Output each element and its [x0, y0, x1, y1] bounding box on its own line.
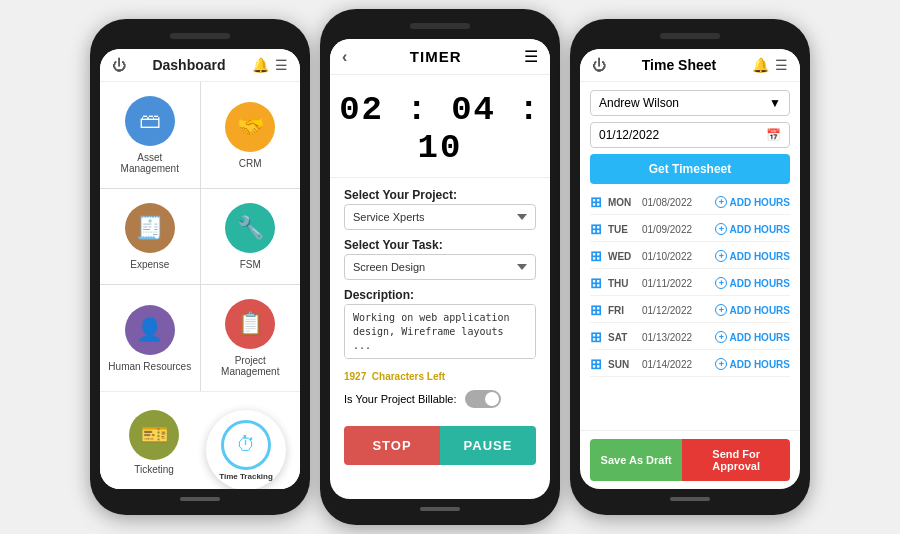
- add-hours-sun[interactable]: + ADD HOURS: [715, 358, 790, 370]
- add-hours-label-sun: ADD HOURS: [729, 359, 790, 370]
- timer-action-buttons: STOP PAUSE: [344, 426, 536, 465]
- grid-cell-crm[interactable]: 🤝 CRM: [201, 82, 301, 188]
- dashboard-screen: ⏻ Dashboard 🔔 ☰ 🗃 Asset Management 🤝 CRM: [100, 49, 300, 489]
- row-left-mon: ⊞ MON 01/08/2022: [590, 194, 692, 210]
- add-hours-thu[interactable]: + ADD HOURS: [715, 277, 790, 289]
- phone-notch-2: [410, 23, 470, 29]
- phone-bottom-bar-3: [670, 497, 710, 501]
- billable-toggle[interactable]: No: [465, 390, 501, 408]
- timer-display: 02 : 04 : 10: [330, 75, 550, 178]
- bell-icon[interactable]: 🔔: [252, 57, 269, 73]
- project-group: Select Your Project: Service Xperts: [344, 188, 536, 230]
- grid-cell-ticketing[interactable]: 🎫 Ticketing: [108, 400, 200, 485]
- timesheet-footer: Save As Draft Send For Approval: [580, 430, 800, 489]
- timesheet-bell-icon[interactable]: 🔔: [752, 57, 769, 73]
- hr-icon: 👤: [125, 305, 175, 355]
- chars-count: 1927: [344, 371, 366, 382]
- expand-icon-tue[interactable]: ⊞: [590, 221, 602, 237]
- add-hours-label-fri: ADD HOURS: [729, 305, 790, 316]
- add-hours-icon-thu: +: [715, 277, 727, 289]
- expand-icon-mon[interactable]: ⊞: [590, 194, 602, 210]
- timer-menu-icon[interactable]: ☰: [524, 47, 538, 66]
- grid-cell-hr[interactable]: 👤 Human Resources: [100, 285, 200, 391]
- expand-icon-sat[interactable]: ⊞: [590, 329, 602, 345]
- table-row: ⊞ WED 01/10/2022 + ADD HOURS: [590, 244, 790, 269]
- add-hours-sat[interactable]: + ADD HOURS: [715, 331, 790, 343]
- add-hours-fri[interactable]: + ADD HOURS: [715, 304, 790, 316]
- timer-header: ‹ TIMER ☰: [330, 39, 550, 75]
- date-wed: 01/10/2022: [642, 251, 692, 262]
- grid-cell-asset-management[interactable]: 🗃 Asset Management: [100, 82, 200, 188]
- get-timesheet-button[interactable]: Get Timesheet: [590, 154, 790, 184]
- time-tracking-overlay: ⏱ Time Tracking: [206, 410, 286, 489]
- expand-icon-thu[interactable]: ⊞: [590, 275, 602, 291]
- day-fri: FRI: [608, 305, 636, 316]
- task-select[interactable]: Screen Design: [344, 254, 536, 280]
- expense-label: Expense: [130, 259, 169, 270]
- phone-notch-1: [170, 33, 230, 39]
- add-hours-icon-sat: +: [715, 331, 727, 343]
- day-tue: TUE: [608, 224, 636, 235]
- row-left-tue: ⊞ TUE 01/09/2022: [590, 221, 692, 237]
- grid-cell-time-tracking[interactable]: ⏱ Time Tracking: [200, 400, 292, 485]
- add-hours-label-mon: ADD HOURS: [729, 197, 790, 208]
- row-left-wed: ⊞ WED 01/10/2022: [590, 248, 692, 264]
- send-approval-button[interactable]: Send For Approval: [682, 439, 790, 481]
- timer-phone: ‹ TIMER ☰ 02 : 04 : 10 Select Your Proje…: [320, 9, 560, 525]
- grid-cell-expense[interactable]: 🧾 Expense: [100, 189, 200, 284]
- menu-icon[interactable]: ☰: [275, 57, 288, 73]
- project-select[interactable]: Service Xperts: [344, 204, 536, 230]
- save-draft-button[interactable]: Save As Draft: [590, 439, 682, 481]
- timesheet-menu-icon[interactable]: ☰: [775, 57, 788, 73]
- back-button[interactable]: ‹: [342, 48, 347, 66]
- grid-cell-fsm[interactable]: 🔧 FSM: [201, 189, 301, 284]
- day-wed: WED: [608, 251, 636, 262]
- grid-cell-pm[interactable]: 📋 Project Management: [201, 285, 301, 391]
- add-hours-icon-fri: +: [715, 304, 727, 316]
- power-icon[interactable]: ⏻: [112, 57, 126, 73]
- day-sat: SAT: [608, 332, 636, 343]
- add-hours-wed[interactable]: + ADD HOURS: [715, 250, 790, 262]
- add-hours-icon-wed: +: [715, 250, 727, 262]
- timesheet-header-icons: 🔔 ☰: [752, 57, 788, 73]
- add-hours-label-tue: ADD HOURS: [729, 224, 790, 235]
- table-row: ⊞ MON 01/08/2022 + ADD HOURS: [590, 190, 790, 215]
- date-thu: 01/11/2022: [642, 278, 692, 289]
- chars-left-indicator: 1927 Characters Left: [344, 371, 536, 382]
- phone-bottom-bar-1: [180, 497, 220, 501]
- add-hours-label-sat: ADD HOURS: [729, 332, 790, 343]
- date-sun: 01/14/2022: [642, 359, 692, 370]
- add-hours-mon[interactable]: + ADD HOURS: [715, 196, 790, 208]
- add-hours-icon-mon: +: [715, 196, 727, 208]
- row-left-sun: ⊞ SUN 01/14/2022: [590, 356, 692, 372]
- timesheet-phone: ⏻ Time Sheet 🔔 ☰ Andrew Wilson ▼ 01/12/2…: [570, 19, 810, 515]
- billable-row: Is Your Project Billable: No: [344, 390, 536, 408]
- expand-icon-wed[interactable]: ⊞: [590, 248, 602, 264]
- timesheet-title: Time Sheet: [642, 57, 716, 73]
- description-textarea[interactable]: Working on web application design, Wiref…: [344, 304, 536, 359]
- user-dropdown[interactable]: Andrew Wilson ▼: [590, 90, 790, 116]
- phone-notch-3: [660, 33, 720, 39]
- date-picker[interactable]: 01/12/2022 📅: [590, 122, 790, 148]
- pause-button[interactable]: PAUSE: [440, 426, 536, 465]
- row-left-sat: ⊞ SAT 01/13/2022: [590, 329, 692, 345]
- stop-button[interactable]: STOP: [344, 426, 440, 465]
- add-hours-tue[interactable]: + ADD HOURS: [715, 223, 790, 235]
- billable-label: Is Your Project Billable:: [344, 393, 457, 405]
- timer-title: TIMER: [410, 48, 462, 65]
- date-tue: 01/09/2022: [642, 224, 692, 235]
- asset-management-icon: 🗃: [125, 96, 175, 146]
- table-row: ⊞ SUN 01/14/2022 + ADD HOURS: [590, 352, 790, 377]
- dashboard-title: Dashboard: [152, 57, 225, 73]
- timesheet-power-icon[interactable]: ⏻: [592, 57, 606, 73]
- day-sun: SUN: [608, 359, 636, 370]
- time-tracking-label: Time Tracking: [219, 472, 273, 481]
- time-tracking-clock-icon: ⏱: [221, 420, 271, 470]
- toggle-no-label: No: [486, 395, 497, 404]
- expand-icon-fri[interactable]: ⊞: [590, 302, 602, 318]
- expand-icon-sun[interactable]: ⊞: [590, 356, 602, 372]
- chars-label: Characters Left: [372, 371, 445, 382]
- timesheet-rows: ⊞ MON 01/08/2022 + ADD HOURS ⊞ TUE: [590, 190, 790, 377]
- ticketing-icon: 🎫: [129, 410, 179, 460]
- timesheet-screen: ⏻ Time Sheet 🔔 ☰ Andrew Wilson ▼ 01/12/2…: [580, 49, 800, 489]
